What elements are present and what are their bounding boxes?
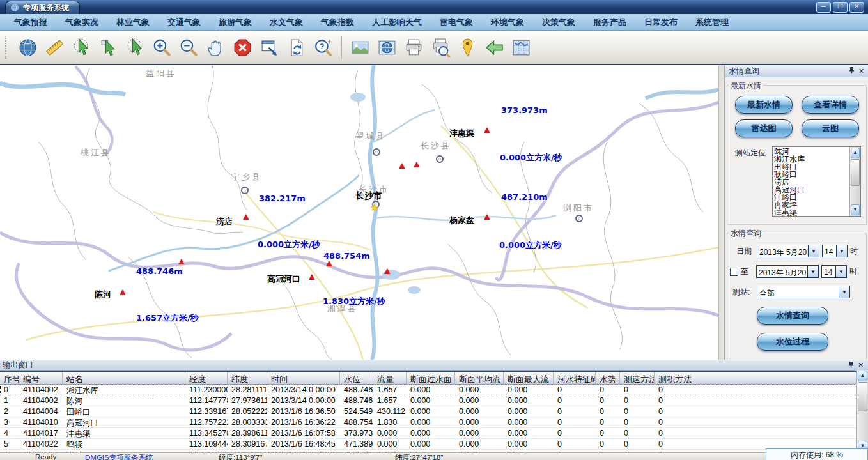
panel-button-云图[interactable]: 云图 xyxy=(802,119,859,137)
column-header-水势[interactable]: 水势 xyxy=(596,372,620,384)
listbox-scrollbar[interactable]: ▲ ▼ xyxy=(849,147,860,216)
table-row[interactable]: 341104010高冠河口112.75722228.0033332013/1/6… xyxy=(0,417,857,428)
table-scrollbar[interactable]: ▲ ▼ xyxy=(856,370,868,452)
table-row[interactable]: 241104004田峪口112.33916728.0522222013/1/6 … xyxy=(0,406,857,417)
dropdown-arrow-icon[interactable]: ▼ xyxy=(807,266,818,277)
station-dropdown[interactable]: 全部 ▼ xyxy=(757,286,850,298)
scroll-up-icon[interactable]: ▲ xyxy=(851,148,860,158)
date-to-dropdown[interactable]: 2013年 5月20日 ▼ xyxy=(756,265,819,278)
panel-splitter[interactable] xyxy=(718,65,724,360)
column-header-纬度[interactable]: 纬度 xyxy=(228,372,267,384)
print-icon[interactable] xyxy=(402,34,426,60)
panel-button-查看详情[interactable]: 查看详情 xyxy=(802,96,859,114)
menu-item-决策气象[interactable]: 决策气象 xyxy=(533,15,584,30)
select-box-icon[interactable] xyxy=(97,34,120,60)
identify-icon[interactable]: ? xyxy=(311,34,335,60)
globe-icon[interactable] xyxy=(16,34,40,60)
menu-item-环境气象[interactable]: 环境气象 xyxy=(482,15,533,30)
date-from-dropdown[interactable]: 2013年 5月20日 ▼ xyxy=(757,245,819,257)
panel-close-icon[interactable]: ✕ xyxy=(856,67,866,75)
station-marker-icon[interactable]: ▲ xyxy=(177,257,187,265)
to-date-checkbox[interactable] xyxy=(730,268,738,276)
column-header-流量[interactable]: 流量 xyxy=(373,372,407,384)
panel-pin-icon[interactable] xyxy=(847,66,856,75)
print-preview-icon[interactable] xyxy=(429,34,453,60)
table-row[interactable]: 541104022鸣犊113.10944428.3091672013/1/6 1… xyxy=(0,439,857,450)
dropdown-arrow-icon[interactable]: ▼ xyxy=(808,245,819,257)
app-logo-globe-icon xyxy=(10,3,19,12)
menu-item-系统管理[interactable]: 系统管理 xyxy=(686,15,738,30)
column-header-断面最大流[interactable]: 断面最大流 xyxy=(504,372,554,384)
back-arrow-icon[interactable] xyxy=(483,34,506,60)
select-dotted-icon[interactable] xyxy=(70,34,93,60)
select-lasso-icon[interactable] xyxy=(123,34,147,60)
menu-item-气象指数[interactable]: 气象指数 xyxy=(312,15,363,30)
menu-item-雷电气象[interactable]: 雷电气象 xyxy=(431,15,482,30)
column-header-时间[interactable]: 时间 xyxy=(267,372,340,384)
menu-item-日常发布[interactable]: 日常发布 xyxy=(635,15,686,30)
zoom-in-icon[interactable] xyxy=(150,34,174,60)
scrollbar-thumb[interactable] xyxy=(858,382,867,411)
location-pin-icon[interactable] xyxy=(456,34,479,60)
image-icon[interactable] xyxy=(348,34,372,60)
menu-item-水文气象[interactable]: 水文气象 xyxy=(261,15,312,30)
dropdown-arrow-icon[interactable]: ▼ xyxy=(835,266,846,277)
menu-item-气象预报[interactable]: 气象预报 xyxy=(5,15,56,30)
table-row[interactable]: 141104002陈河112.14777827.9736112013/3/14 … xyxy=(0,395,857,406)
dropdown-arrow-icon[interactable]: ▼ xyxy=(839,286,849,298)
panel-button-雷达图[interactable]: 雷达图 xyxy=(735,119,793,137)
station-marker-icon[interactable]: ▲ xyxy=(398,162,407,169)
output-close-icon[interactable]: ✕ xyxy=(856,361,865,369)
zoom-out-icon[interactable] xyxy=(177,34,201,60)
stop-icon[interactable] xyxy=(231,34,254,60)
restore-button[interactable]: ❐ xyxy=(833,2,848,13)
column-header-断面过水面[interactable]: 断面过水面 xyxy=(407,372,455,384)
column-header-水位[interactable]: 水位 xyxy=(340,372,373,384)
output-pin-icon[interactable] xyxy=(846,361,856,370)
measure-icon[interactable] xyxy=(43,34,66,60)
hour-from-dropdown[interactable]: 14 ▼ xyxy=(822,245,848,257)
station-marker-icon[interactable]: ▲ xyxy=(483,213,492,220)
menu-item-交通气象[interactable]: 交通气象 xyxy=(159,15,210,30)
panel-button-最新水情[interactable]: 最新水情 xyxy=(735,96,793,114)
table-row[interactable]: 441104017沣惠渠113.34527828.3986112013/1/6 … xyxy=(0,428,857,439)
map-tiles-icon[interactable] xyxy=(509,34,533,60)
menu-item-人工影响天气[interactable]: 人工影响天气 xyxy=(363,15,431,30)
column-header-经度[interactable]: 经度 xyxy=(185,372,228,384)
map-canvas[interactable]: 益阳县桃江县宁乡县望城县长沙县长沙市湘潭县浏阳市长沙市沣惠渠涝店陈河高冠河口杨家… xyxy=(0,65,718,360)
scroll-down-icon[interactable]: ▼ xyxy=(851,204,860,215)
station-marker-icon[interactable]: ▲ xyxy=(383,267,392,275)
station-marker-icon[interactable]: ▲ xyxy=(483,126,492,134)
station-marker-icon[interactable]: ▲ xyxy=(307,273,317,280)
pan-icon[interactable] xyxy=(204,34,228,60)
refresh-page-icon[interactable] xyxy=(284,34,308,60)
water-level-process-button[interactable]: 水位过程 xyxy=(757,333,828,351)
close-button[interactable]: ✕ xyxy=(849,2,864,13)
minimize-button[interactable]: ─ xyxy=(816,2,831,13)
station-listbox[interactable]: 陈河湘江水库田峪口耿峪口涝店高冠河口沣峪口冉家坪沣惠渠 ▲ ▼ xyxy=(772,146,861,217)
window-export-icon[interactable] xyxy=(258,34,281,60)
station-list-item[interactable]: 沣惠渠 xyxy=(774,209,849,216)
table-row[interactable]: 041104002湘江水库111.23000028.2811112013/3/1… xyxy=(0,385,857,395)
column-header-河水特征码[interactable]: 河水特征码 xyxy=(554,372,596,384)
column-header-编号[interactable]: 编号 xyxy=(19,372,63,384)
station-marker-icon[interactable]: ▲ xyxy=(325,259,334,267)
menu-item-旅游气象[interactable]: 旅游气象 xyxy=(210,15,261,30)
station-marker-icon[interactable]: ▲ xyxy=(412,160,422,168)
column-header-站名[interactable]: 站名 xyxy=(63,372,185,384)
scrollbar-thumb[interactable] xyxy=(851,159,860,186)
station-marker-icon[interactable]: ▲ xyxy=(242,213,251,220)
scroll-up-icon[interactable]: ▲ xyxy=(858,371,867,381)
dropdown-arrow-icon[interactable]: ▼ xyxy=(836,245,847,257)
menu-item-气象实况[interactable]: 气象实况 xyxy=(56,15,107,30)
station-marker-icon[interactable]: ▲ xyxy=(118,288,128,296)
menu-item-服务产品[interactable]: 服务产品 xyxy=(584,15,635,30)
hour-to-dropdown[interactable]: 14 ▼ xyxy=(821,265,847,278)
column-header-序号[interactable]: 序号 xyxy=(0,372,19,384)
water-query-button[interactable]: 水情查询 xyxy=(757,307,828,325)
column-header-测速方法[interactable]: 测速方法 xyxy=(620,372,655,384)
column-header-断面平均流[interactable]: 断面平均流 xyxy=(455,372,504,384)
globe-image-icon[interactable] xyxy=(375,34,399,60)
menu-item-林业气象[interactable]: 林业气象 xyxy=(107,15,159,30)
column-header-测积方法[interactable]: 测积方法 xyxy=(655,372,857,384)
